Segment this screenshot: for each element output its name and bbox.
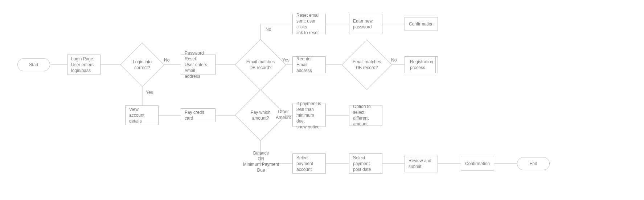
decision-login-correct: Login info correct?	[127, 49, 158, 80]
process-select-post-date: Select payment post date	[349, 153, 382, 174]
process-login-page: Login Page: User enters login/pass	[67, 55, 101, 75]
decision-pay-which-amount: Pay which amount?	[242, 97, 279, 133]
pay-cc-label: Pay credit card	[185, 109, 212, 121]
process-enter-new-password: Enter new password	[349, 14, 382, 34]
decision-email-match-1: Email matches DB record?	[242, 47, 279, 83]
edge-pay-balance: Balance OR Minimum Payment Due	[242, 151, 280, 173]
start-label: Start	[29, 62, 38, 68]
process-view-account: View account details	[125, 105, 159, 125]
select-acct-label: Select payment account	[296, 155, 313, 173]
conf1-label: Confirmation	[409, 21, 434, 27]
edge-email1-no: No	[266, 27, 271, 33]
process-pay-credit-card: Pay credit card	[181, 108, 216, 122]
login-label: Login Page: User enters login/pass	[71, 56, 94, 74]
decision-email-match-2: Email matches DB record?	[349, 47, 385, 83]
pay-which-label: Pay which amount?	[249, 109, 273, 121]
email-match-2-label: Email matches DB record?	[350, 59, 383, 71]
edge-email2-no: No	[391, 57, 397, 63]
reset-email-label: Reset email sent: user clicks link to re…	[296, 12, 322, 36]
process-review-submit: Review and submit	[405, 155, 438, 172]
process-confirmation-bottom: Confirmation	[461, 157, 494, 171]
process-payment-notice: If payment is less than minimum due, sho…	[292, 104, 326, 127]
process-option-different-amount: Option to select different amount	[349, 105, 382, 125]
flowchart-canvas: Start Login Page: User enters login/pass…	[0, 0, 644, 200]
process-select-payment-account: Select payment account	[292, 153, 326, 174]
registration-label: Registration process	[410, 59, 433, 71]
process-reenter-email: Reenter Email address	[292, 56, 326, 73]
terminator-start: Start	[17, 58, 50, 71]
edge-login-no: No	[164, 57, 169, 63]
end-label: End	[529, 161, 537, 167]
process-confirmation-top: Confirmation	[405, 17, 438, 31]
email-match-1-label: Email matches DB record?	[244, 59, 277, 71]
select-date-label: Select payment post date	[353, 155, 371, 173]
review-label: Review and submit	[409, 158, 431, 169]
edge-login-yes: Yes	[146, 90, 153, 96]
reenter-email-label: Reenter Email address	[296, 56, 322, 74]
notice-label: If payment is less than minimum due, sho…	[296, 101, 322, 130]
edge-pay-other: Other Amount	[274, 109, 292, 120]
terminator-end: End	[517, 157, 550, 170]
process-password-reset: Password Reset: User enters email addres…	[181, 55, 216, 75]
option-diff-label: Option to select different amount	[353, 104, 378, 127]
edge-email1-yes: Yes	[282, 57, 290, 63]
enter-new-pw-label: Enter new password	[353, 18, 373, 30]
process-reset-email: Reset email sent: user clicks link to re…	[292, 14, 326, 34]
view-acct-label: View account details	[129, 107, 155, 124]
conf2-label: Confirmation	[465, 161, 490, 167]
login-correct-label: Login info correct?	[131, 59, 154, 71]
pw-reset-label: Password Reset: User enters email addres…	[185, 50, 212, 80]
subprocess-registration: Registration process	[405, 56, 438, 73]
